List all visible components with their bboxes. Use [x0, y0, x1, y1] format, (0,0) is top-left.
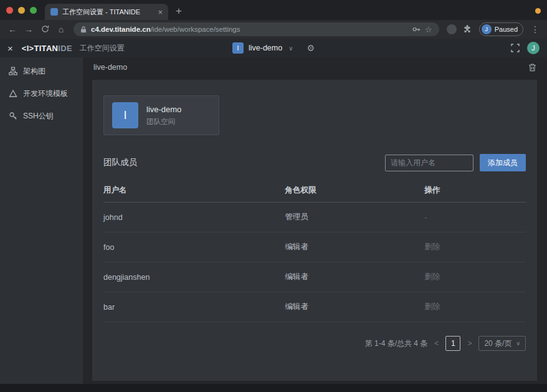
- workspace-card-icon: l: [112, 102, 138, 128]
- workspace-selector[interactable]: l live-demo ∨ ⚙: [232, 42, 315, 54]
- delete-member-link[interactable]: 删除: [424, 272, 526, 282]
- sidebar-item-ssh-key[interactable]: SSH公钥: [0, 105, 83, 127]
- sidebar-item-label: SSH公钥: [23, 111, 54, 122]
- bookmark-star-icon[interactable]: ☆: [425, 25, 432, 34]
- cell-username: dengjianshen: [103, 273, 285, 282]
- app-close-icon[interactable]: ×: [7, 43, 13, 54]
- app-body: 架构图 开发环境模板 SSH公钥 live-demo: [0, 57, 547, 392]
- url-text[interactable]: c4.dev.titanide.cn/ide/web/workspace/set…: [91, 26, 407, 33]
- pagination-summary: 第 1-4 条/总共 4 条: [365, 338, 428, 349]
- members-bar: 团队成员 添加成员: [103, 154, 526, 171]
- breadcrumb: live-demo: [93, 63, 127, 72]
- back-icon[interactable]: ←: [5, 25, 20, 34]
- delete-workspace-trash-icon[interactable]: [528, 63, 536, 72]
- cell-username: johnd: [103, 213, 285, 222]
- add-member-button[interactable]: 添加成员: [480, 154, 526, 171]
- sidebar-item-label: 开发环境模板: [23, 88, 68, 99]
- app-logo: <I>TITANIDE: [22, 44, 72, 53]
- cell-role: 管理员: [285, 212, 425, 222]
- table-header-row: 用户名 角色权限 操作: [103, 179, 526, 203]
- logo-titan: TITAN: [34, 44, 58, 53]
- browser-toolbar: ← → ⌂ c4.dev.titanide.cn/ide/web/workspa…: [0, 20, 547, 39]
- table-row: dengjianshen 编辑者 删除: [103, 262, 526, 292]
- zoom-window-button[interactable]: [30, 7, 37, 14]
- app-header: × <I>TITANIDE 工作空间设置 l live-demo ∨ ⚙ J: [0, 39, 547, 57]
- column-header-action: 操作: [424, 185, 526, 196]
- username-input[interactable]: [385, 155, 473, 171]
- browser-tab[interactable]: 工作空间设置 - TITANIDE ×: [45, 4, 168, 20]
- url-path: /ide/web/workspace/settings: [151, 26, 240, 33]
- tab-close-icon[interactable]: ×: [158, 8, 163, 16]
- table-row: foo 编辑者 删除: [103, 232, 526, 262]
- settings-panel: l live-demo 团队空间 团队成员 添加成员 用户名 角色权限 操作 j…: [92, 80, 537, 381]
- delete-member-link[interactable]: 删除: [424, 242, 526, 252]
- url-host: c4.dev.titanide.cn: [91, 26, 151, 33]
- next-page-icon[interactable]: >: [466, 339, 473, 348]
- cell-role: 编辑者: [285, 242, 425, 252]
- page-size-value: 20 条/页: [484, 338, 511, 349]
- architecture-diagram-icon: [9, 67, 17, 75]
- column-header-username: 用户名: [103, 185, 285, 196]
- paused-label: Paused: [495, 26, 518, 33]
- home-icon[interactable]: ⌂: [54, 25, 69, 34]
- pagination: 第 1-4 条/总共 4 条 < 1 > 20 条/页 ∨: [103, 336, 526, 351]
- cell-role: 编辑者: [285, 302, 425, 312]
- page-title: 工作空间设置: [80, 43, 125, 54]
- template-icon: [9, 89, 17, 98]
- reload-icon[interactable]: [37, 25, 52, 34]
- lock-icon[interactable]: [80, 26, 87, 33]
- browser-update-indicator-icon[interactable]: [535, 8, 541, 14]
- chevron-down-icon: ∨: [516, 340, 520, 347]
- workspace-card-info: live-demo 团队空间: [146, 105, 181, 127]
- extensions-puzzle-icon[interactable]: [463, 25, 472, 34]
- cell-role: 编辑者: [285, 272, 425, 282]
- cell-username: foo: [103, 243, 285, 252]
- workspace-card: l live-demo 团队空间: [103, 95, 219, 135]
- logo-mark: <I>: [22, 44, 34, 53]
- previous-page-icon[interactable]: <: [433, 339, 440, 348]
- members-section-title: 团队成员: [103, 157, 137, 168]
- fullscreen-icon[interactable]: [511, 44, 520, 52]
- workspace-card-name: live-demo: [146, 105, 181, 114]
- content-header: live-demo: [83, 57, 547, 77]
- cell-action: -: [424, 213, 526, 222]
- main-content: live-demo l live-demo 团队空间 团队成员 添加成员: [83, 57, 547, 392]
- tab-title: 工作空间设置 - TITANIDE: [62, 7, 153, 17]
- window-controls: [6, 0, 45, 20]
- profile-paused-badge[interactable]: J Paused: [479, 22, 523, 36]
- column-header-role: 角色权限: [285, 185, 425, 196]
- table-row: johnd 管理员 -: [103, 203, 526, 232]
- workspace-icon: l: [232, 42, 244, 54]
- sidebar-item-label: 架构图: [23, 66, 45, 77]
- key-icon: [9, 112, 17, 120]
- delete-member-link[interactable]: 删除: [424, 302, 526, 312]
- tab-favicon-icon: [50, 8, 58, 16]
- gear-icon[interactable]: ⚙: [307, 43, 315, 53]
- forward-icon[interactable]: →: [21, 25, 36, 34]
- logo-ide: IDE: [58, 44, 72, 53]
- bottom-strip: [0, 384, 547, 392]
- sidebar-item-dev-template[interactable]: 开发环境模板: [0, 82, 83, 105]
- minimize-window-button[interactable]: [18, 7, 25, 14]
- page-size-select[interactable]: 20 条/页 ∨: [478, 336, 526, 351]
- profile-avatar: J: [482, 24, 492, 34]
- new-tab-button[interactable]: +: [176, 5, 182, 17]
- user-avatar[interactable]: J: [527, 42, 540, 54]
- table-row: bar 编辑者 删除: [103, 292, 526, 322]
- browser-tab-strip: 工作空间设置 - TITANIDE × +: [0, 0, 547, 20]
- sidebar: 架构图 开发环境模板 SSH公钥: [0, 57, 83, 392]
- header-right-group: J: [511, 42, 540, 54]
- cell-username: bar: [103, 303, 285, 312]
- workspace-card-type: 团队空间: [146, 117, 181, 127]
- close-window-button[interactable]: [6, 7, 13, 14]
- browser-menu-icon[interactable]: ⋮: [528, 24, 542, 34]
- password-key-icon[interactable]: [412, 25, 421, 34]
- address-bar[interactable]: c4.dev.titanide.cn/ide/web/workspace/set…: [74, 22, 439, 36]
- chevron-down-icon[interactable]: ∨: [288, 45, 293, 52]
- sidebar-item-architecture[interactable]: 架构图: [0, 60, 83, 82]
- extension-icon[interactable]: [447, 24, 457, 34]
- workspace-name: live-demo: [249, 44, 282, 52]
- current-page-button[interactable]: 1: [445, 336, 460, 351]
